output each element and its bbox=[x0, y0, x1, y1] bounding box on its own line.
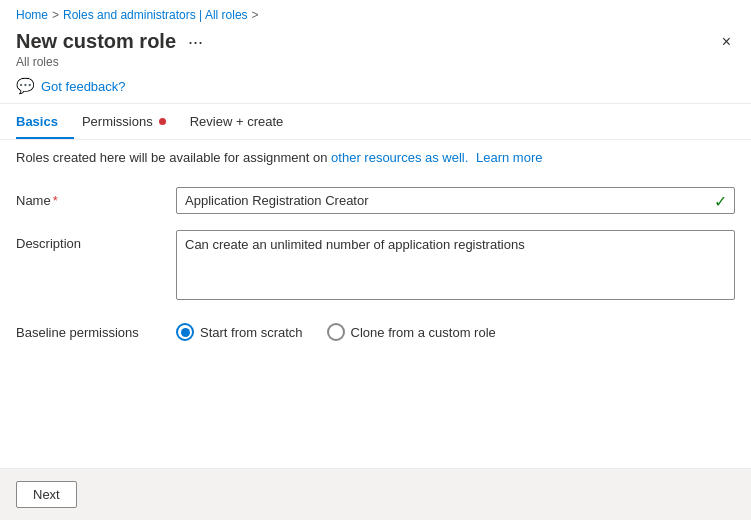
breadcrumb-roles[interactable]: Roles and administrators | All roles bbox=[63, 8, 248, 22]
tabs-row: Basics Permissions Review + create bbox=[0, 104, 751, 140]
name-label: Name* bbox=[16, 187, 176, 208]
info-highlight: other resources as well. bbox=[331, 150, 468, 165]
header-row: New custom role ··· All roles × bbox=[0, 26, 751, 69]
breadcrumb: Home > Roles and administrators | All ro… bbox=[0, 0, 751, 26]
scratch-radio-circle bbox=[176, 323, 194, 341]
breadcrumb-sep2: > bbox=[252, 8, 259, 22]
feedback-label: Got feedback? bbox=[41, 79, 126, 94]
baseline-row: Baseline permissions Start from scratch … bbox=[16, 319, 735, 341]
feedback-row[interactable]: 💬 Got feedback? bbox=[0, 69, 751, 104]
name-row: Name* ✓ bbox=[16, 187, 735, 214]
learn-more-link[interactable]: Learn more bbox=[476, 150, 542, 165]
clone-radio-label: Clone from a custom role bbox=[351, 325, 496, 340]
close-button[interactable]: × bbox=[718, 30, 735, 54]
breadcrumb-home[interactable]: Home bbox=[16, 8, 48, 22]
clone-radio[interactable]: Clone from a custom role bbox=[327, 323, 496, 341]
description-row: Description Can create an unlimited numb… bbox=[16, 230, 735, 303]
clone-radio-circle bbox=[327, 323, 345, 341]
scratch-radio[interactable]: Start from scratch bbox=[176, 323, 303, 341]
breadcrumb-sep1: > bbox=[52, 8, 59, 22]
description-label: Description bbox=[16, 230, 176, 251]
tab-permissions[interactable]: Permissions bbox=[82, 104, 182, 139]
description-field-wrap: Can create an unlimited number of applic… bbox=[176, 230, 735, 303]
form-area: Name* ✓ Description Can create an unlimi… bbox=[0, 175, 751, 468]
name-input[interactable] bbox=[176, 187, 735, 214]
baseline-label: Baseline permissions bbox=[16, 319, 176, 340]
tab-review[interactable]: Review + create bbox=[190, 104, 300, 139]
description-input[interactable]: Can create an unlimited number of applic… bbox=[176, 230, 735, 300]
permissions-dot bbox=[159, 118, 166, 125]
info-bar: Roles created here will be available for… bbox=[0, 140, 751, 175]
name-field-wrap: ✓ bbox=[176, 187, 735, 214]
scratch-radio-inner bbox=[181, 328, 190, 337]
name-required: * bbox=[53, 193, 58, 208]
feedback-icon: 💬 bbox=[16, 77, 35, 95]
title-block: New custom role ··· All roles bbox=[16, 30, 207, 69]
new-custom-role-panel: Home > Roles and administrators | All ro… bbox=[0, 0, 751, 520]
scratch-radio-label: Start from scratch bbox=[200, 325, 303, 340]
next-button[interactable]: Next bbox=[16, 481, 77, 508]
tab-basics[interactable]: Basics bbox=[16, 104, 74, 139]
page-title: New custom role ··· bbox=[16, 30, 207, 53]
ellipsis-button[interactable]: ··· bbox=[184, 33, 207, 51]
check-icon: ✓ bbox=[714, 191, 727, 210]
page-subtitle: All roles bbox=[16, 55, 207, 69]
radio-group: Start from scratch Clone from a custom r… bbox=[176, 319, 496, 341]
info-text: Roles created here will be available for… bbox=[16, 150, 327, 165]
footer: Next bbox=[0, 468, 751, 520]
